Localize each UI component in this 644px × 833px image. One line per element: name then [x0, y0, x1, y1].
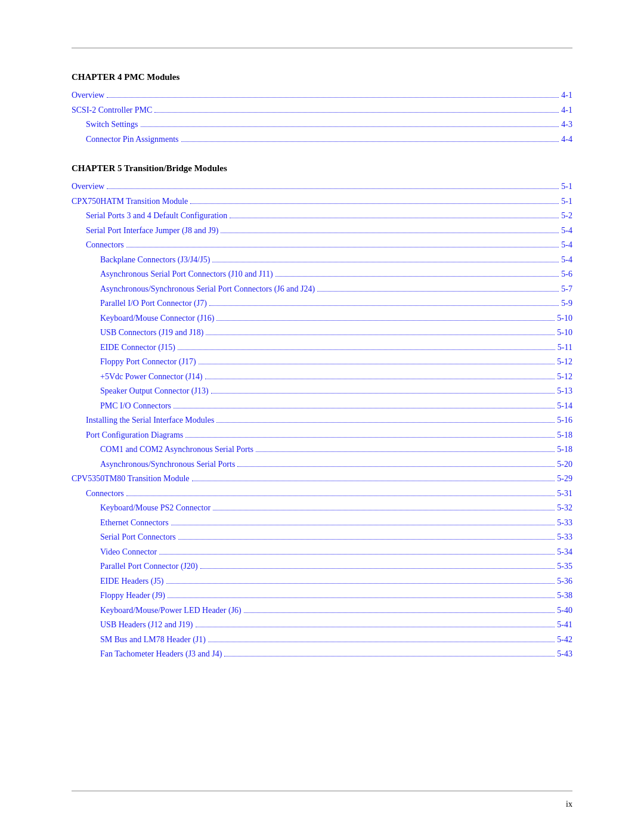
- top-rule: [72, 48, 572, 48]
- toc-entry[interactable]: Ethernet Connectors5-33: [72, 516, 572, 531]
- toc-entry-page: 5-38: [557, 589, 572, 603]
- toc-entry[interactable]: Floppy Header (J9)5-38: [72, 589, 572, 603]
- toc-chapter-chapter4: CHAPTER 4 PMC ModulesOverview4-1SCSI-2 C…: [72, 72, 572, 147]
- toc-dots: [185, 437, 555, 438]
- toc-entry[interactable]: USB Headers (J12 and J19)5-41: [72, 618, 572, 633]
- toc-entry-page: 5-40: [557, 603, 572, 618]
- toc-entry-title: Asynchronous Serial Port Connectors (J10…: [100, 267, 273, 282]
- toc-entry-page: 5-16: [557, 413, 572, 428]
- toc-dots: [192, 481, 555, 481]
- toc-entry-page: 5-33: [557, 516, 572, 531]
- chapter-heading-chapter4: CHAPTER 4 PMC Modules: [72, 72, 572, 82]
- toc-entry-title: Overview: [72, 88, 104, 103]
- toc-entry-page: 4-1: [561, 88, 572, 103]
- toc-entry-page: 5-10: [557, 311, 572, 326]
- toc-entry[interactable]: Connectors5-31: [72, 487, 572, 501]
- toc-entry[interactable]: Port Configuration Diagrams5-18: [72, 428, 572, 443]
- toc-entry-title: SCSI-2 Controller PMC: [72, 103, 152, 118]
- toc-dots: [199, 364, 555, 364]
- toc-entry-title: Backplane Connectors (J3/J4/J5): [100, 253, 210, 268]
- toc-dots: [317, 291, 559, 292]
- toc-entry[interactable]: Asynchronous Serial Port Connectors (J10…: [72, 267, 572, 282]
- toc-dots: [206, 335, 555, 335]
- toc-dots: [141, 126, 559, 127]
- toc-entry[interactable]: SCSI-2 Controller PMC4-1: [72, 103, 572, 118]
- toc-entry[interactable]: Video Connector5-34: [72, 545, 572, 560]
- toc-entry-page: 5-6: [561, 267, 572, 282]
- toc-dots: [275, 276, 559, 277]
- toc-dots: [174, 408, 555, 408]
- toc-entry[interactable]: Parallel Port Connector (J20)5-35: [72, 559, 572, 574]
- toc-entry[interactable]: PMC I/O Connectors5-14: [72, 399, 572, 414]
- toc-entry[interactable]: CPV5350TM80 Transition Module5-29: [72, 472, 572, 487]
- toc-entry[interactable]: EIDE Headers (J5)5-36: [72, 574, 572, 589]
- toc-entry-title: +5Vdc Power Connector (J14): [100, 370, 203, 385]
- toc-entry[interactable]: Connector Pin Assignments4-4: [72, 132, 572, 147]
- toc-entry[interactable]: Keyboard/Mouse/Power LED Header (J6)5-40: [72, 603, 572, 618]
- toc-entry[interactable]: Serial Port Interface Jumper (J8 and J9)…: [72, 224, 572, 239]
- toc-dots: [244, 612, 555, 613]
- toc-entry[interactable]: CPX750HATM Transition Module5-1: [72, 194, 572, 209]
- toc-entry[interactable]: SM Bus and LM78 Header (J1)5-42: [72, 633, 572, 648]
- toc-entry[interactable]: Keyboard/Mouse Connector (J16)5-10: [72, 311, 572, 326]
- toc-entry-title: PMC I/O Connectors: [100, 399, 171, 414]
- toc-entry-title: Floppy Port Connector (J17): [100, 355, 196, 370]
- toc-entry-page: 5-20: [557, 457, 572, 472]
- toc-entry-page: 5-18: [557, 442, 572, 457]
- toc-entry[interactable]: Connectors5-4: [72, 238, 572, 253]
- toc-entry-title: Switch Settings: [86, 117, 138, 132]
- toc-entry[interactable]: Overview4-1: [72, 88, 572, 103]
- toc-entry[interactable]: Switch Settings4-3: [72, 117, 572, 132]
- bottom-rule: [72, 791, 572, 791]
- toc-entry-page: 5-10: [557, 326, 572, 340]
- toc-entry-title: USB Connectors (J19 and J18): [100, 326, 203, 340]
- toc-dots: [159, 554, 555, 555]
- toc-entry-title: EIDE Headers (J5): [100, 574, 164, 589]
- page: CHAPTER 4 PMC ModulesOverview4-1SCSI-2 C…: [0, 0, 644, 833]
- toc-entry[interactable]: Serial Ports 3 and 4 Default Configurati…: [72, 209, 572, 224]
- toc-entry[interactable]: Fan Tachometer Headers (J3 and J4)5-43: [72, 647, 572, 662]
- toc-entry-title: Keyboard/Mouse PS2 Connector: [100, 501, 210, 516]
- toc-entry[interactable]: Backplane Connectors (J3/J4/J5)5-4: [72, 253, 572, 268]
- toc-entry[interactable]: Keyboard/Mouse PS2 Connector5-32: [72, 501, 572, 516]
- toc-entry[interactable]: EIDE Connector (J15)5-11: [72, 340, 572, 355]
- toc-entry-title: Video Connector: [100, 545, 157, 560]
- toc-dots: [178, 349, 555, 350]
- toc-entry-page: 4-3: [561, 117, 572, 132]
- page-number: ix: [566, 800, 572, 809]
- toc-entry-title: Serial Port Connectors: [100, 530, 176, 545]
- toc-dots: [211, 393, 555, 394]
- toc-entry-title: Connectors: [86, 238, 124, 253]
- toc-dots: [224, 656, 555, 657]
- toc-content: CHAPTER 4 PMC ModulesOverview4-1SCSI-2 C…: [72, 72, 572, 662]
- toc-entry[interactable]: Parallel I/O Port Connector (J7)5-9: [72, 296, 572, 311]
- toc-dots: [196, 627, 555, 627]
- toc-dots: [205, 379, 555, 379]
- toc-dots: [212, 262, 559, 262]
- toc-entry-title: Overview: [72, 179, 104, 194]
- toc-entry-title: Serial Ports 3 and 4 Default Configurati…: [86, 209, 227, 224]
- toc-entry[interactable]: Serial Port Connectors5-33: [72, 530, 572, 545]
- toc-entry-title: Parallel Port Connector (J20): [100, 559, 198, 574]
- toc-dots: [154, 112, 559, 113]
- toc-entry[interactable]: Installing the Serial Interface Modules5…: [72, 413, 572, 428]
- toc-entry[interactable]: Asynchronous/Synchronous Serial Ports5-2…: [72, 457, 572, 472]
- toc-dots: [107, 188, 559, 189]
- toc-entry-page: 5-43: [557, 647, 572, 662]
- toc-dots: [216, 422, 555, 423]
- toc-entry-title: CPX750HATM Transition Module: [72, 194, 188, 209]
- toc-entry[interactable]: +5Vdc Power Connector (J14)5-12: [72, 370, 572, 385]
- toc-entry[interactable]: Speaker Output Connector (J13)5-13: [72, 384, 572, 399]
- toc-entry-title: Installing the Serial Interface Modules: [86, 413, 214, 428]
- toc-entry[interactable]: USB Connectors (J19 and J18)5-10: [72, 326, 572, 340]
- toc-entry-page: 5-4: [561, 238, 572, 253]
- toc-entry-title: SM Bus and LM78 Header (J1): [100, 633, 206, 648]
- toc-entry-page: 5-13: [557, 384, 572, 399]
- toc-entry[interactable]: Asynchronous/Synchronous Serial Port Con…: [72, 282, 572, 297]
- toc-entry[interactable]: Floppy Port Connector (J17)5-12: [72, 355, 572, 370]
- toc-entry[interactable]: Overview5-1: [72, 179, 572, 194]
- toc-entry-title: Keyboard/Mouse Connector (J16): [100, 311, 214, 326]
- toc-entry[interactable]: COM1 and COM2 Asynchronous Serial Ports5…: [72, 442, 572, 457]
- toc-entry-title: EIDE Connector (J15): [100, 340, 175, 355]
- toc-dots: [256, 451, 555, 452]
